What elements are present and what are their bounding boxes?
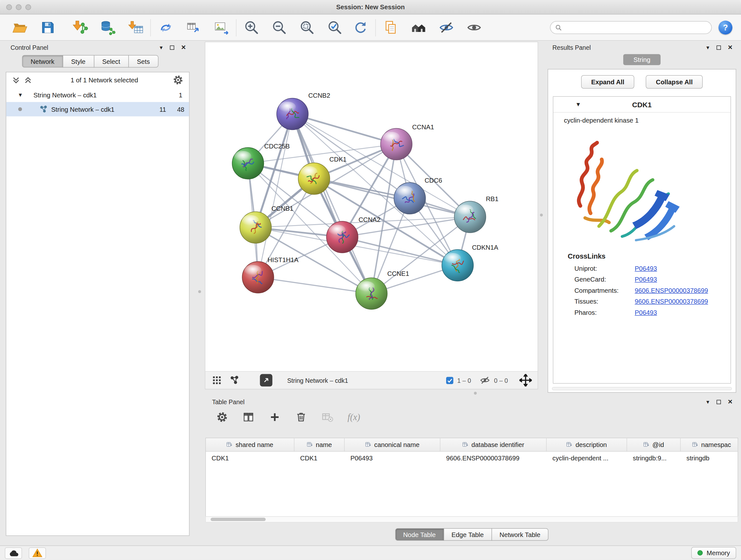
function-builder-icon[interactable]: f(x): [347, 412, 360, 422]
new-network-from-table-button[interactable]: [185, 18, 203, 37]
zoom-in-button[interactable]: [242, 18, 260, 37]
collapse-all-button[interactable]: Collapse All: [646, 75, 703, 89]
help-button[interactable]: ?: [719, 21, 733, 35]
table-options-gear-icon[interactable]: [216, 411, 228, 423]
scrollbar-thumb[interactable]: [211, 518, 266, 521]
network-canvas[interactable]: CCNB2CCNA1CDC25BCDK1CDC6RB1CCNB1CCNA2CDK…: [205, 42, 538, 371]
search-icon: [555, 24, 562, 31]
panel-close-icon[interactable]: ×: [728, 398, 732, 406]
panel-float-icon[interactable]: [717, 400, 721, 404]
tab-network-table[interactable]: Network Table: [491, 528, 549, 541]
crosslink-link[interactable]: P06493: [635, 276, 657, 283]
birdseye-view-icon[interactable]: [229, 374, 240, 386]
crosslink-link[interactable]: 9606.ENSP00000378699: [635, 298, 708, 305]
network-graph[interactable]: CCNB2CCNA1CDC25BCDK1CDC6RB1CCNB1CCNA2CDK…: [205, 42, 538, 371]
table-toolbar: f(x): [205, 407, 738, 426]
cell-canonical-name: P06493: [345, 455, 441, 462]
network-collection-row[interactable]: ▼ String Network – cdk1 1: [6, 88, 189, 102]
network-node-CDK1[interactable]: CDK1: [298, 156, 347, 195]
pan-move-icon[interactable]: [520, 374, 532, 387]
panel-float-icon[interactable]: [170, 45, 174, 50]
open-document-button[interactable]: [382, 18, 400, 37]
cloud-status-button[interactable]: [5, 547, 22, 559]
network-row[interactable]: String Network – cdk1 11 48: [6, 102, 189, 117]
zoom-selected-button[interactable]: [326, 18, 344, 37]
close-window-button[interactable]: [6, 4, 12, 10]
panel-collapse-icon[interactable]: ▾: [159, 45, 162, 51]
tab-network[interactable]: Network: [22, 55, 63, 68]
panel-close-icon[interactable]: ×: [181, 44, 186, 51]
open-session-button[interactable]: [10, 18, 29, 37]
panel-collapse-icon[interactable]: ▾: [706, 399, 709, 405]
zoom-fit-content-button[interactable]: [298, 18, 316, 37]
delete-column-trash-icon[interactable]: [295, 411, 307, 423]
column-header[interactable]: database identifier: [441, 438, 547, 451]
string-results-tab[interactable]: String: [623, 54, 661, 65]
network-node-HIST1H1A[interactable]: HIST1H1A: [242, 256, 299, 294]
section-collapse-triangle-icon[interactable]: ▼: [576, 101, 581, 108]
table-horizontal-scrollbar[interactable]: [205, 516, 738, 523]
network-arrows-icon: [158, 20, 174, 36]
tab-node-table[interactable]: Node Table: [395, 528, 444, 541]
expand-all-button[interactable]: Expand All: [581, 75, 634, 89]
new-network-from-selection-button[interactable]: [157, 18, 175, 37]
show-columns-icon[interactable]: [242, 411, 255, 423]
grid-view-icon[interactable]: [211, 374, 223, 386]
memory-button[interactable]: Memory: [691, 547, 736, 559]
network-node-CCNB2[interactable]: CCNB2: [277, 92, 330, 130]
panel-collapse-icon[interactable]: ▾: [706, 45, 709, 51]
expand-triangle-icon[interactable]: ▼: [18, 92, 23, 98]
network-node-CDKN1A[interactable]: CDKN1A: [442, 244, 498, 281]
import-table-from-file-button[interactable]: [126, 18, 145, 37]
selected-checkbox-icon[interactable]: [446, 377, 454, 384]
hide-selected-button[interactable]: [437, 18, 455, 37]
table-arrow-icon: [185, 20, 201, 36]
search-input[interactable]: [565, 23, 706, 32]
results-horizontal-scrollbar[interactable]: [552, 387, 732, 390]
bottom-splitter-handle[interactable]: [474, 392, 477, 395]
import-network-from-file-button[interactable]: [71, 18, 89, 37]
panel-float-icon[interactable]: [717, 45, 721, 50]
column-header[interactable]: shared name: [206, 438, 294, 451]
expand-all-icon[interactable]: [24, 76, 32, 84]
right-splitter-handle[interactable]: [540, 213, 543, 216]
table-header-row: shared name name canonical name database…: [206, 438, 738, 452]
detach-view-button[interactable]: [260, 374, 273, 387]
save-session-button[interactable]: [38, 18, 57, 37]
table-row[interactable]: CDK1 CDK1 P06493 9606.ENSP00000378699 cy…: [206, 452, 738, 465]
apply-preferred-layout-button[interactable]: [351, 18, 369, 37]
tab-sets[interactable]: Sets: [128, 55, 158, 68]
show-all-button[interactable]: [465, 18, 483, 37]
column-header[interactable]: @id: [627, 438, 681, 451]
titlebar: Session: New Session: [0, 0, 741, 14]
crosslink-link[interactable]: P06493: [635, 309, 657, 316]
tab-style[interactable]: Style: [63, 55, 94, 68]
toolbar-separator: [375, 19, 376, 36]
minimize-window-button[interactable]: [16, 4, 22, 10]
column-header[interactable]: description: [547, 438, 627, 451]
crosslink-link[interactable]: 9606.ENSP00000378699: [635, 287, 708, 294]
network-options-gear-icon[interactable]: [173, 75, 184, 85]
column-header[interactable]: canonical name: [345, 438, 441, 451]
column-header[interactable]: namespac: [681, 438, 738, 451]
home-button[interactable]: [409, 18, 428, 37]
delete-table-icon[interactable]: [321, 411, 334, 423]
zoom-window-button[interactable]: [25, 4, 31, 10]
search-box[interactable]: [550, 21, 712, 34]
network-node-RB1[interactable]: RB1: [455, 195, 498, 233]
zoom-out-button[interactable]: [270, 18, 288, 37]
import-network-from-database-button[interactable]: [98, 18, 117, 37]
network-view: CCNB2CCNA1CDC25BCDK1CDC6RB1CCNB1CCNA2CDK…: [205, 42, 538, 389]
network-node-CCNA1[interactable]: CCNA1: [381, 124, 434, 160]
collapse-all-icon[interactable]: [12, 76, 20, 84]
export-network-image-button[interactable]: [212, 18, 230, 37]
warnings-button[interactable]: [29, 547, 46, 559]
panel-close-icon[interactable]: ×: [728, 44, 732, 51]
network-node-CCNB1[interactable]: CCNB1: [240, 205, 293, 243]
add-column-icon[interactable]: [269, 411, 281, 423]
column-header[interactable]: name: [294, 438, 345, 451]
left-splitter-handle[interactable]: [198, 290, 201, 293]
crosslink-link[interactable]: P06493: [635, 265, 657, 272]
tab-edge-table[interactable]: Edge Table: [443, 528, 492, 541]
tab-select[interactable]: Select: [93, 55, 129, 68]
